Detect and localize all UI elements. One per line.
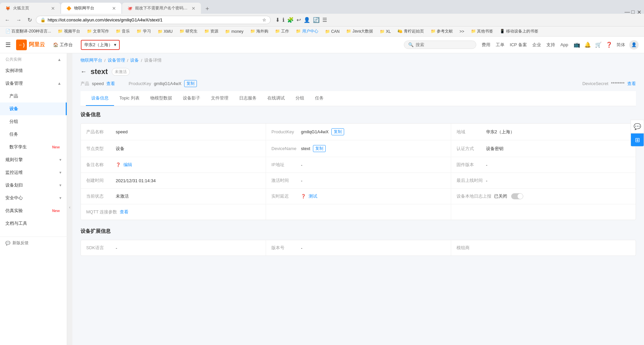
sidebar-item-task[interactable]: 任务 (0, 128, 67, 141)
hamburger-button[interactable]: ☰ (5, 41, 11, 49)
productkey-copy[interactable]: 复制 (184, 80, 197, 87)
productkey-copy-btn[interactable]: 复制 (331, 128, 344, 135)
bookmark-video[interactable]: 📁 视频平台 (55, 28, 83, 35)
browser-tab-3[interactable]: 🐙 能改下不需要用户名个密码也... ✕ (122, 3, 201, 14)
menu-icon[interactable]: ☰ (322, 17, 327, 23)
sidebar-feedback[interactable]: 💬 新版反馈 (0, 236, 67, 249)
mqtt-view-link[interactable]: 查看 (120, 209, 128, 215)
bookmark-other[interactable]: 📁 其他书签 (468, 28, 496, 35)
tab-file-mgmt[interactable]: 文件管理 (206, 91, 234, 106)
edit-remark-link[interactable]: 编辑 (123, 162, 132, 168)
nav-support[interactable]: 支持 (546, 42, 555, 48)
float-apps-btn[interactable]: ⊞ (631, 133, 644, 147)
bookmark-java[interactable]: 📁 Java大数据 (343, 28, 376, 35)
sidebar-collapse-top[interactable]: 公共实例 ▲ (0, 53, 67, 64)
tab3-close[interactable]: ✕ (192, 6, 196, 11)
latency-help-icon[interactable]: ❓ (301, 194, 306, 199)
cart-icon[interactable]: 🛒 (595, 42, 602, 48)
tab1-close[interactable]: ✕ (51, 6, 55, 11)
bell-icon[interactable]: 🔔 (584, 42, 591, 48)
help-circle-icon[interactable]: ❓ (606, 42, 612, 48)
sidebar-item-instance[interactable]: 实例详情 (0, 64, 67, 77)
help-icon[interactable]: ❓ (116, 162, 121, 167)
history-icon[interactable]: ↩ (297, 17, 301, 23)
sidebar-collapse-btn[interactable]: ‹ (67, 53, 72, 345)
region-selector[interactable]: 华东2（上海） ▾ (81, 40, 120, 50)
sidebar-item-security[interactable]: 安全中心 ▾ (0, 192, 67, 204)
bookmark-more[interactable]: >> (457, 28, 467, 34)
tab-thing-model[interactable]: 物模型数据 (145, 91, 177, 106)
back-button[interactable]: ← (80, 68, 87, 75)
breadcrumb-device-mgmt[interactable]: 设备管理 (108, 57, 125, 63)
sidebar-item-device[interactable]: 设备 (0, 102, 67, 115)
sidebar-item-group[interactable]: 分组 (0, 115, 67, 128)
nav-icp[interactable]: ICP 备案 (510, 42, 527, 48)
tab-group[interactable]: 分组 (290, 91, 310, 106)
bookmark-work[interactable]: 📁 工作 (272, 28, 292, 35)
window-maximize[interactable]: □ (631, 9, 635, 14)
sidebar-item-docs[interactable]: 文档与工具 (0, 217, 67, 230)
bookmark-mobile[interactable]: 📱 移动设备上的书签 (497, 28, 541, 35)
bookmark-shopping[interactable]: 📁 海外购 (248, 28, 271, 35)
lang-switch[interactable]: 简体 (616, 42, 625, 48)
test-link[interactable]: 测试 (309, 193, 317, 199)
product-view-link[interactable]: 查看 (106, 81, 115, 87)
nav-fee[interactable]: 费用 (482, 42, 490, 48)
bookmark-writing[interactable]: 📁 文章写作 (84, 28, 112, 35)
bookmark-money[interactable]: 📁 money (222, 28, 246, 34)
sync-icon[interactable]: 🔄 (313, 17, 320, 23)
window-close[interactable]: ✕ (637, 9, 641, 14)
tab-device-shadow[interactable]: 设备影子 (177, 91, 206, 106)
sidebar-item-simulation[interactable]: 仿真实验 New (0, 204, 67, 217)
sidebar-item-monitor[interactable]: 监控运维 ▾ (0, 166, 67, 179)
tab-online-debug[interactable]: 在线调试 (262, 91, 290, 106)
nav-ticket[interactable]: 工单 (496, 42, 504, 48)
star-icon[interactable]: ☆ (262, 17, 266, 22)
tab2-close[interactable]: ✕ (112, 6, 116, 11)
sidebar-item-assign[interactable]: 设备划归 ▾ (0, 179, 67, 192)
browser-tab-1[interactable]: 🦊 火狐主页 ✕ (0, 3, 60, 14)
workbench-button[interactable]: 🏠 工作台 (50, 41, 75, 49)
devicesecret-view-link[interactable]: 查看 (627, 81, 636, 87)
info-icon[interactable]: ℹ (282, 17, 284, 23)
breadcrumb-device[interactable]: 设备 (130, 57, 139, 63)
devicename-copy-btn[interactable]: 复制 (313, 145, 326, 152)
sidebar-item-digital-twin[interactable]: 数字孪生 New (0, 141, 67, 153)
bookmark-xmu[interactable]: 📁 XMU (155, 28, 175, 34)
tab-topic-list[interactable]: Topic 列表 (114, 91, 145, 106)
sidebar-item-device-mgmt[interactable]: 设备管理 ▲ (0, 77, 67, 90)
window-minimize[interactable]: — (625, 9, 629, 14)
nav-enterprise[interactable]: 企业 (532, 42, 541, 48)
sidebar-item-rules[interactable]: 规则引擎 ▾ (0, 153, 67, 166)
browser-tab-2[interactable]: 🔶 物联网平台 ✕ (61, 3, 121, 14)
new-tab-button[interactable]: ＋ (202, 3, 213, 14)
tv-icon[interactable]: 📺 (574, 42, 580, 48)
tab-device-info[interactable]: 设备信息 (86, 91, 114, 106)
bookmark-music[interactable]: 📁 音乐 (113, 28, 132, 35)
sidebar-item-product[interactable]: 产品 (0, 90, 67, 102)
bookmark-xl[interactable]: 📁 XL (377, 28, 393, 34)
address-input[interactable] (48, 17, 260, 22)
nav-refresh[interactable]: ↻ (25, 16, 34, 24)
bookmark-can[interactable]: 📁 CAN (322, 28, 342, 34)
log-report-toggle[interactable] (511, 193, 523, 199)
tab-log-service[interactable]: 日志服务 (234, 91, 262, 106)
nav-forward[interactable]: → (14, 16, 23, 24)
nav-back[interactable]: ← (3, 16, 12, 24)
search-input[interactable] (416, 42, 472, 47)
float-chat-btn[interactable]: 💬 (631, 120, 644, 133)
tab-task[interactable]: 任务 (310, 91, 329, 106)
bookmark-ref[interactable]: 📁 参考文献 (428, 28, 455, 35)
bookmark-baidu[interactable]: 📄 百度翻译-200种语言... (3, 28, 54, 35)
bookmark-usercenter[interactable]: 📁 用户中心 (293, 28, 321, 35)
bookmark-grad[interactable]: 📁 研究生 (177, 28, 200, 35)
breadcrumb-iot[interactable]: 物联网平台 (80, 57, 102, 63)
avatar[interactable]: 👤 (629, 40, 639, 50)
bookmark-qn[interactable]: 🍋 青柠起始页 (395, 28, 426, 35)
extensions-icon[interactable]: 🧩 (287, 17, 294, 23)
profile-icon[interactable]: 👤 (304, 17, 310, 23)
download-icon[interactable]: ⬇ (275, 17, 280, 23)
bookmark-study[interactable]: 📁 学习 (134, 28, 153, 35)
nav-app[interactable]: App (560, 42, 568, 47)
bookmark-resource[interactable]: 📁 资源 (202, 28, 221, 35)
